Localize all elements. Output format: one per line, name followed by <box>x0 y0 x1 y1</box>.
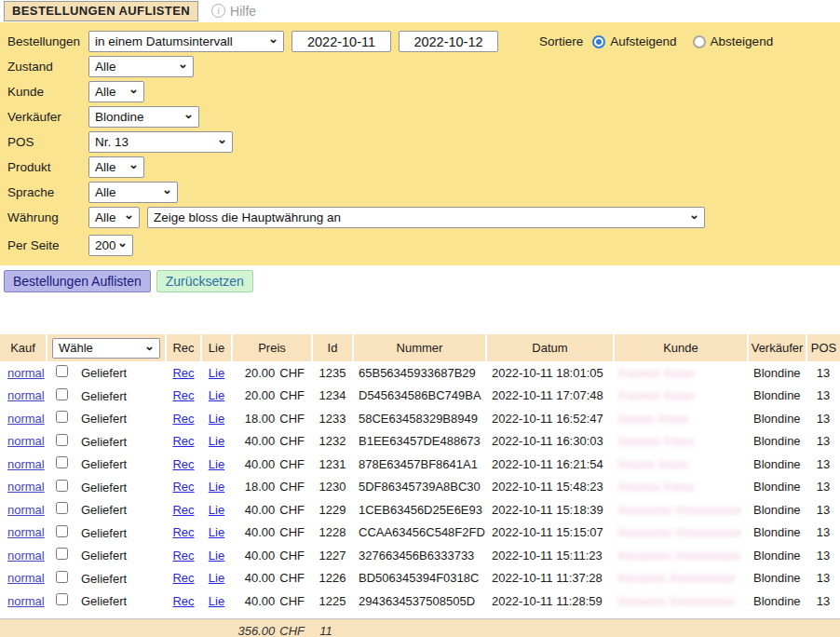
lie-link[interactable]: Lie <box>209 571 224 585</box>
kauf-link[interactable]: normal <box>7 571 45 585</box>
lie-link[interactable]: Lie <box>209 388 224 402</box>
cell-pos: 13 <box>806 567 840 590</box>
waehrung-mode-select[interactable]: Zeige bloss die Hauptwährung an <box>147 207 705 228</box>
customer-name-redacted[interactable]: Xxxxxxxxx Xxxxxxxxxxx <box>617 549 741 562</box>
verkaeufer-select[interactable]: Blondine <box>88 106 199 128</box>
row-checkbox[interactable] <box>56 456 68 468</box>
row-checkbox[interactable] <box>56 480 68 492</box>
kauf-link[interactable]: normal <box>7 503 45 517</box>
reset-button[interactable]: Zurücksetzen <box>156 270 253 292</box>
cell-datum: 2022-10-11 16:21:54 <box>486 453 614 476</box>
kauf-link[interactable]: normal <box>7 434 45 448</box>
row-checkbox[interactable] <box>56 365 68 377</box>
lie-link[interactable]: Lie <box>209 525 224 539</box>
lie-link[interactable]: Lie <box>209 549 224 562</box>
customer-name-redacted[interactable]: Xxxxxxx Xxxxx <box>617 435 695 448</box>
customer-name-redacted[interactable]: Xxxxxxx Xxxxx <box>617 367 695 380</box>
cell-verkaeufer: Blondine <box>748 407 806 430</box>
sprache-select[interactable]: Alle <box>88 182 178 203</box>
kauf-link[interactable]: normal <box>7 457 45 471</box>
rec-link[interactable]: Rec <box>172 457 194 471</box>
waehle-select[interactable]: Wähle <box>52 338 160 359</box>
cell-kauf: normal <box>0 407 47 430</box>
rec-link[interactable]: Rec <box>172 525 194 539</box>
sprache-label: Sprache <box>7 185 88 199</box>
rec-link[interactable]: Rec <box>172 571 194 585</box>
date-from-input[interactable] <box>291 31 391 52</box>
kauf-link[interactable]: normal <box>7 525 45 539</box>
lie-link[interactable]: Lie <box>209 366 224 380</box>
cell-kunde: Xxxxxxx Xxxxx <box>614 476 748 499</box>
row-checkbox[interactable] <box>56 411 68 423</box>
cell-pos: 13 <box>806 407 840 430</box>
cell-verkaeufer: Blondine <box>748 430 806 454</box>
customer-name-redacted[interactable]: Xxxxxxxxx Xxxxxxxxxxx <box>617 504 741 517</box>
row-checkbox[interactable] <box>56 593 68 605</box>
kauf-link[interactable]: normal <box>7 480 45 494</box>
rec-link[interactable]: Rec <box>172 549 194 562</box>
cell-datum: 2022-10-11 16:52:47 <box>486 407 614 430</box>
price-amount: 40.00 <box>245 594 276 608</box>
kauf-link[interactable]: normal <box>7 366 45 380</box>
rec-link[interactable]: Rec <box>172 412 194 426</box>
kauf-link[interactable]: normal <box>7 412 45 426</box>
row-checkbox[interactable] <box>56 525 68 537</box>
rec-link[interactable]: Rec <box>172 434 194 448</box>
kunde-select[interactable]: Alle <box>88 81 144 102</box>
cell-lie: Lie <box>201 498 232 522</box>
bestellungen-mode-select[interactable]: in einem Datumsintervall <box>88 31 284 52</box>
order-row: normalGeliefertRecLie40.00CHF12273276634… <box>0 544 840 567</box>
cell-kauf: normal <box>0 498 47 522</box>
info-icon: i <box>211 4 225 18</box>
row-checkbox[interactable] <box>56 434 68 446</box>
customer-name-redacted[interactable]: Xxxxxxxx Xxxxxxxxxxx <box>617 595 735 608</box>
lie-link[interactable]: Lie <box>209 457 224 471</box>
cell-preis: 40.00CHF <box>232 522 312 545</box>
lie-link[interactable]: Lie <box>209 434 224 448</box>
help-link[interactable]: i Hilfe <box>211 4 256 19</box>
kauf-link[interactable]: normal <box>7 594 45 608</box>
price-amount: 40.00 <box>245 571 276 585</box>
price-amount: 18.00 <box>245 412 276 426</box>
orders-table: Kauf Wähle Rec Lie Preis Id Nummer Datum… <box>0 334 840 613</box>
cell-lie: Lie <box>201 430 232 454</box>
radio-absteigend[interactable]: Absteigend <box>693 34 774 48</box>
filter-panel: Bestellungen in einem Datumsintervall So… <box>0 22 840 265</box>
rec-link[interactable]: Rec <box>172 366 194 380</box>
rec-link[interactable]: Rec <box>172 480 194 494</box>
total-amount: 356.00 <box>238 624 276 637</box>
lie-link[interactable]: Lie <box>209 594 224 608</box>
waehrung-select[interactable]: Alle <box>88 207 140 228</box>
submit-button[interactable]: Bestellungen Auflisten <box>4 270 151 292</box>
row-checkbox[interactable] <box>56 571 68 583</box>
zustand-select[interactable]: Alle <box>88 56 194 77</box>
per-seite-select[interactable]: 200 <box>88 235 133 256</box>
cell-kunde: Xxxxxx Xxxxx <box>614 453 748 476</box>
rec-link[interactable]: Rec <box>172 388 194 402</box>
customer-name-redacted[interactable]: Xxxxxx Xxxxx <box>617 458 688 471</box>
kauf-link[interactable]: normal <box>7 388 45 402</box>
filter-row-sprache: Sprache Alle <box>7 180 833 205</box>
customer-name-redacted[interactable]: Xxxxxx Xxxxx <box>617 413 688 426</box>
rec-link[interactable]: Rec <box>172 503 194 517</box>
radio-aufsteigend[interactable]: Aufsteigend <box>592 34 676 48</box>
produkt-select[interactable]: Alle <box>88 156 144 178</box>
customer-name-redacted[interactable]: Xxxxxxx Xxxxx <box>617 389 695 402</box>
col-header-pos: POS <box>806 334 840 361</box>
pos-select[interactable]: Nr. 13 <box>88 131 233 153</box>
lie-link[interactable]: Lie <box>209 412 224 426</box>
price-currency: CHF <box>279 366 305 380</box>
lie-link[interactable]: Lie <box>209 480 224 494</box>
row-checkbox[interactable] <box>56 548 68 560</box>
cell-kunde: Xxxxxxx Xxxxx <box>614 361 748 385</box>
customer-name-redacted[interactable]: Xxxxxxxxx Xxxxxxxxxxx <box>617 526 741 539</box>
date-to-input[interactable] <box>399 31 498 52</box>
customer-name-redacted[interactable]: Xxxxxxxx Xxxxxxxxxxx <box>617 572 735 585</box>
customer-name-redacted[interactable]: Xxxxxxx Xxxxx <box>617 481 695 494</box>
row-checkbox[interactable] <box>56 388 68 400</box>
lie-link[interactable]: Lie <box>209 503 224 517</box>
order-row: normalGeliefertRecLie18.00CHF123358CE634… <box>0 407 840 430</box>
row-checkbox[interactable] <box>56 502 68 514</box>
kauf-link[interactable]: normal <box>7 549 45 562</box>
rec-link[interactable]: Rec <box>172 594 194 608</box>
